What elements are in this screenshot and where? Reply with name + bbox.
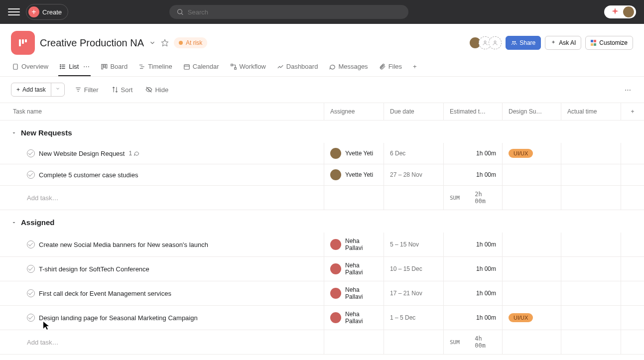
sparkle-icon	[550, 40, 556, 46]
create-button[interactable]: + Create	[26, 4, 68, 20]
section-header[interactable]: Assigned	[0, 210, 644, 233]
toolbar-more[interactable]: ⋯	[623, 84, 633, 96]
share-button[interactable]: Share	[506, 36, 541, 50]
add-task-inline[interactable]: Add task…	[0, 186, 324, 210]
estimated-cell[interactable]: 1h 00m	[444, 306, 503, 330]
due-date-cell[interactable]: 6 Dec	[384, 143, 444, 164]
due-date-cell[interactable]: 17 – 21 Nov	[384, 281, 444, 305]
tab-overview[interactable]: Overview	[11, 60, 49, 76]
task-row[interactable]: T-shirt design for SoftTech Conference N…	[0, 257, 644, 281]
tab-files[interactable]: Files	[378, 60, 403, 76]
tab-more-icon[interactable]: ⋯	[83, 63, 90, 70]
col-actual[interactable]: Actual time	[561, 103, 621, 120]
complete-checkbox[interactable]	[27, 171, 35, 179]
search-input[interactable]	[188, 8, 401, 16]
actual-cell[interactable]	[561, 233, 621, 256]
table-header: Task name Assignee Due date Estimated t……	[0, 103, 644, 120]
assignee-name: Neha Pallavi	[345, 238, 378, 251]
sort-button[interactable]: Sort	[109, 84, 136, 96]
estimated-cell[interactable]: 1h 00m	[444, 143, 503, 164]
task-row[interactable]: Create new Social Media banners for New …	[0, 233, 644, 257]
task-row[interactable]: Design landing page for Seasonal Marketi…	[0, 306, 644, 330]
chevron-down-icon[interactable]	[149, 39, 156, 46]
menu-toggle[interactable]	[8, 6, 20, 18]
actual-cell[interactable]	[561, 143, 621, 164]
people-icon	[511, 40, 517, 46]
assignee-cell[interactable]: Neha Pallavi	[330, 262, 378, 276]
design-cell[interactable]	[503, 257, 561, 281]
member-avatars[interactable]	[472, 36, 502, 49]
customize-button[interactable]: Customize	[585, 36, 633, 50]
complete-checkbox[interactable]	[27, 240, 35, 248]
col-task-name[interactable]: Task name	[0, 103, 324, 120]
svg-point-8	[513, 41, 514, 43]
assignee-cell[interactable]: Yvette Yeti	[330, 148, 373, 159]
task-row[interactable]: Complete 5 customer case studies Yvette …	[0, 164, 644, 186]
complete-checkbox[interactable]	[27, 314, 35, 322]
tab-timeline[interactable]: Timeline	[137, 60, 173, 76]
complete-checkbox[interactable]	[27, 149, 35, 157]
task-name: First call deck for Event Management ser…	[39, 290, 171, 297]
add-task-inline[interactable]: Add task…	[0, 330, 324, 354]
add-tab-button[interactable]: +	[412, 60, 418, 76]
tab-dashboard[interactable]: Dashboard	[276, 60, 319, 76]
tab-list[interactable]: List⋯	[58, 60, 91, 76]
add-column-button[interactable]: +	[621, 103, 644, 120]
assignee-name: Yvette Yeti	[345, 150, 373, 157]
assignee-avatar	[330, 148, 341, 159]
section-header[interactable]: New Requests	[0, 120, 644, 143]
tab-calendar[interactable]: Calendar	[182, 60, 220, 76]
add-task-button[interactable]: +Add task	[11, 83, 65, 97]
project-header: Creative Production NA At risk Share Ask…	[0, 24, 644, 55]
due-date-cell[interactable]: 10 – 15 Dec	[384, 257, 444, 281]
due-date-cell[interactable]: 27 – 28 Nov	[384, 164, 444, 185]
board-icon	[101, 63, 108, 70]
col-design[interactable]: Design Su…	[503, 103, 561, 120]
col-assignee[interactable]: Assignee	[324, 103, 384, 120]
estimated-cell[interactable]: 1h 00m	[444, 233, 503, 256]
design-cell[interactable]	[503, 164, 561, 185]
design-cell[interactable]	[503, 281, 561, 305]
svg-point-7	[494, 41, 496, 43]
star-icon[interactable]	[161, 39, 169, 47]
estimated-cell[interactable]: 1h 00m	[444, 257, 503, 281]
estimated-cell[interactable]: 1h 00m	[444, 164, 503, 185]
chevron-down-icon[interactable]	[11, 130, 17, 136]
complete-checkbox[interactable]	[27, 265, 35, 273]
section-header[interactable]: In Progress/Active	[0, 355, 644, 360]
chevron-down-icon[interactable]	[11, 220, 17, 226]
design-cell[interactable]: UI/UX	[503, 143, 561, 164]
task-row[interactable]: New Website Design Request1 Yvette Yeti …	[0, 143, 644, 164]
user-menu[interactable]	[604, 5, 636, 18]
hide-button[interactable]: Hide	[142, 84, 171, 96]
assignee-name: Neha Pallavi	[345, 262, 378, 276]
design-cell[interactable]	[503, 233, 561, 256]
assignee-cell[interactable]: Yvette Yeti	[330, 169, 373, 180]
add-task-dropdown[interactable]	[51, 83, 64, 96]
assignee-cell[interactable]: Neha Pallavi	[330, 238, 378, 251]
tab-messages[interactable]: Messages	[328, 60, 369, 76]
due-date-cell[interactable]: 1 – 5 Dec	[384, 306, 444, 330]
filter-button[interactable]: Filter	[72, 84, 102, 96]
actual-cell[interactable]	[561, 306, 621, 330]
col-due-date[interactable]: Due date	[384, 103, 444, 120]
due-date-cell[interactable]: 5 – 15 Nov	[384, 233, 444, 256]
actual-cell[interactable]	[561, 164, 621, 185]
search-box[interactable]	[169, 5, 408, 19]
design-cell[interactable]: UI/UX	[503, 306, 561, 330]
col-estimated[interactable]: Estimated t…	[444, 103, 503, 120]
status-badge[interactable]: At risk	[174, 37, 207, 48]
tab-workflow[interactable]: Workflow	[229, 60, 267, 76]
task-name: T-shirt design for SoftTech Conference	[39, 265, 149, 273]
actual-cell[interactable]	[561, 281, 621, 305]
tab-board[interactable]: Board	[100, 60, 129, 76]
assignee-cell[interactable]: Neha Pallavi	[330, 286, 378, 300]
svg-rect-10	[13, 64, 17, 69]
task-row[interactable]: First call deck for Event Management ser…	[0, 281, 644, 306]
estimated-cell[interactable]: 1h 00m	[444, 281, 503, 305]
svg-rect-4	[25, 39, 27, 42]
ask-ai-button[interactable]: Ask AI	[545, 36, 581, 50]
actual-cell[interactable]	[561, 257, 621, 281]
assignee-cell[interactable]: Neha Pallavi	[330, 311, 378, 325]
complete-checkbox[interactable]	[27, 289, 35, 297]
